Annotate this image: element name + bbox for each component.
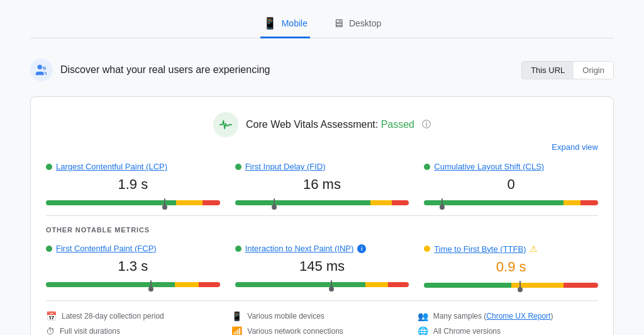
users-icon xyxy=(35,63,48,77)
page-wrapper: 📱 Mobile 🖥 Desktop Discover what your re… xyxy=(20,0,624,335)
bar-green xyxy=(46,200,176,205)
metric-item: First Input Delay (FID)16 ms xyxy=(235,162,409,205)
footer-text: All Chrome versions xyxy=(433,327,501,335)
metric-warning-icon: ⚠ xyxy=(530,244,538,254)
core-metrics-grid: Largest Contentful Paint (LCP)1.9 sFirst… xyxy=(46,162,598,205)
bar-orange xyxy=(176,200,202,205)
footer-item: 📅Latest 28-day collection period xyxy=(46,311,226,321)
footer-icon: 👥 xyxy=(418,311,428,321)
cwv-title-text: Core Web Vitals Assessment: xyxy=(246,119,378,130)
progress-bar xyxy=(46,282,220,287)
metric-name-link[interactable]: Largest Contentful Paint (LCP) xyxy=(56,162,167,171)
metric-value: 1.9 s xyxy=(46,176,220,193)
footer-item: 📶Various network connections xyxy=(231,326,412,335)
metric-label-row: Time to First Byte (TTFB)⚠ xyxy=(424,244,598,254)
tab-desktop[interactable]: 🖥 Desktop xyxy=(330,10,384,38)
metric-name-link[interactable]: First Contentful Paint (FCP) xyxy=(56,244,157,253)
svg-point-0 xyxy=(38,65,42,69)
bar-green xyxy=(424,200,563,205)
desktop-icon: 🖥 xyxy=(333,17,344,30)
metric-label-row: Interaction to Next Paint (INP)i xyxy=(235,244,409,253)
footer-item: ⏱Full visit durations xyxy=(46,326,226,335)
cwv-title: Core Web Vitals Assessment: Passed xyxy=(246,119,414,130)
url-origin-toggle: This URL Origin xyxy=(521,61,614,79)
metric-label-row: Largest Contentful Paint (LCP) xyxy=(46,162,220,171)
footer-item: 📱Various mobile devices xyxy=(231,311,412,321)
metric-dot xyxy=(46,246,52,252)
metric-name-link[interactable]: Time to First Byte (TTFB) xyxy=(434,244,526,254)
bar-red xyxy=(388,282,409,287)
metric-item: Largest Contentful Paint (LCP)1.9 s xyxy=(46,162,220,205)
footer-text: Various network connections xyxy=(247,327,343,335)
metric-item: Cumulative Layout Shift (CLS)0 xyxy=(424,162,598,205)
metric-item: Time to First Byte (TTFB)⚠0.9 s xyxy=(424,244,598,288)
bar-red xyxy=(564,283,598,288)
metric-info-icon[interactable]: i xyxy=(357,244,366,253)
metric-value: 0 xyxy=(424,176,598,193)
bar-marker xyxy=(331,280,332,289)
metric-item: Interaction to Next Paint (INP)i145 ms xyxy=(235,244,409,288)
heartbeat-icon xyxy=(219,118,233,132)
progress-bar xyxy=(424,200,598,205)
metric-dot xyxy=(424,246,430,252)
metric-label-row: First Contentful Paint (FCP) xyxy=(46,244,220,253)
footer: 📅Latest 28-day collection period📱Various… xyxy=(46,300,598,335)
bar-red xyxy=(203,200,220,205)
metric-value: 16 ms xyxy=(235,176,409,193)
bar-marker xyxy=(150,280,152,289)
this-url-button[interactable]: This URL xyxy=(522,62,574,79)
progress-bar xyxy=(235,200,409,205)
metric-value: 145 ms xyxy=(235,258,409,275)
bar-marker xyxy=(164,198,165,207)
bar-orange xyxy=(365,282,388,287)
bar-green xyxy=(235,282,366,287)
footer-icon: 📅 xyxy=(46,311,57,321)
tab-bar: 📱 Mobile 🖥 Desktop xyxy=(30,10,614,38)
cwv-icon xyxy=(213,112,238,137)
origin-button[interactable]: Origin xyxy=(574,62,613,79)
metric-label-row: Cumulative Layout Shift (CLS) xyxy=(424,162,598,171)
bar-green xyxy=(424,283,511,288)
section-header: Discover what your real users are experi… xyxy=(30,51,614,89)
bar-orange xyxy=(175,282,199,287)
metric-value: 0.9 s xyxy=(424,259,598,275)
footer-icon: 📶 xyxy=(231,326,242,335)
footer-link[interactable]: Chrome UX Report xyxy=(486,312,550,321)
bar-green xyxy=(235,200,371,205)
cwv-header: Core Web Vitals Assessment: Passed ⓘ xyxy=(46,112,598,137)
metric-dot xyxy=(424,164,430,170)
footer-text: Latest 28-day collection period xyxy=(62,312,164,321)
bar-orange xyxy=(564,200,581,205)
footer-icon: 📱 xyxy=(231,311,242,321)
footer-icon: ⏱ xyxy=(46,326,55,335)
footer-icon: 🌐 xyxy=(418,326,428,335)
metric-dot xyxy=(46,164,52,170)
footer-item: 👥Many samples (Chrome UX Report) xyxy=(418,311,598,321)
main-card: Core Web Vitals Assessment: Passed ⓘ Exp… xyxy=(30,96,614,335)
progress-bar xyxy=(46,200,220,205)
metric-name-link[interactable]: Cumulative Layout Shift (CLS) xyxy=(434,162,544,171)
bar-marker xyxy=(274,198,275,207)
header-icon xyxy=(30,59,53,81)
metric-dot xyxy=(235,164,242,170)
bar-orange xyxy=(370,200,391,205)
footer-text: Full visit durations xyxy=(60,327,120,335)
header-title: Discover what your real users are experi… xyxy=(60,64,270,76)
tab-mobile[interactable]: 📱 Mobile xyxy=(260,10,310,38)
tab-mobile-label: Mobile xyxy=(282,18,308,28)
bar-red xyxy=(580,200,598,205)
metric-name-link[interactable]: Interaction to Next Paint (INP) xyxy=(245,244,354,253)
svg-point-1 xyxy=(43,67,47,71)
expand-view-link[interactable]: Expand view xyxy=(46,142,598,152)
footer-item: 🌐All Chrome versions xyxy=(418,326,598,335)
section-header-left: Discover what your real users are experi… xyxy=(30,59,270,81)
metric-value: 1.3 s xyxy=(46,258,220,275)
divider xyxy=(46,215,598,216)
metric-name-link[interactable]: First Input Delay (FID) xyxy=(245,162,326,171)
bar-green xyxy=(46,282,175,287)
other-metrics-grid: First Contentful Paint (FCP)1.3 sInterac… xyxy=(46,244,598,288)
cwv-info-icon[interactable]: ⓘ xyxy=(422,119,431,130)
bar-red xyxy=(199,282,219,287)
metric-item: First Contentful Paint (FCP)1.3 s xyxy=(46,244,220,288)
mobile-icon: 📱 xyxy=(263,16,277,30)
